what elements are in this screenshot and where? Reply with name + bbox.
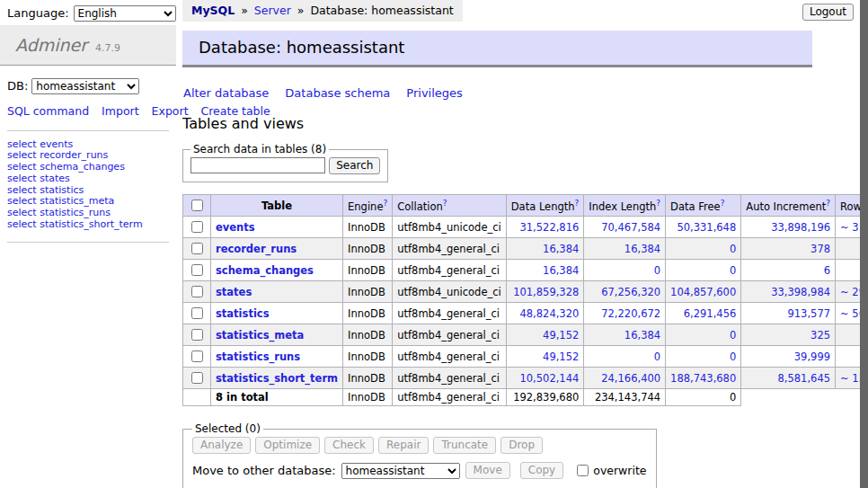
index-length-link[interactable]: 24,166,400 (601, 372, 660, 385)
table-name-link[interactable]: events (216, 221, 255, 234)
row-checkbox[interactable] (191, 307, 203, 319)
auto-increment-link[interactable]: 33,398,984 (771, 286, 830, 298)
auto-increment-cell: 33,898,196 (741, 217, 836, 238)
table-name-link[interactable]: statistics_meta (216, 329, 304, 342)
data-length-link[interactable]: 10,502,144 (519, 372, 579, 385)
sidebar-menu-link[interactable]: Export (152, 104, 189, 118)
index-length-link[interactable]: 72,220,672 (601, 307, 660, 320)
sidebar-select-link[interactable]: select schema_changes (7, 162, 169, 173)
auto-increment-link[interactable]: 6 (824, 264, 830, 277)
data-free-link[interactable]: 0 (730, 329, 736, 342)
index-length-link[interactable]: 70,467,584 (601, 221, 660, 234)
row-checkbox-cell (183, 346, 211, 368)
app-name[interactable]: Adminer (15, 35, 87, 55)
auto-increment-link[interactable]: 913,577 (787, 307, 830, 320)
table-name-link[interactable]: statistics_runs (216, 350, 300, 363)
app-header: Adminer 4.7.9 (0, 25, 176, 66)
row-checkbox[interactable] (191, 264, 203, 276)
data-length-cell: 16,384 (506, 238, 584, 260)
select-all-checkbox[interactable] (191, 200, 203, 211)
row-checkbox[interactable] (191, 372, 203, 384)
table-name-link[interactable]: statistics_short_term (216, 372, 338, 385)
auto-increment-link[interactable]: 8,581,645 (778, 372, 831, 385)
copy-button[interactable]: Copy (520, 462, 563, 479)
row-checkbox[interactable] (191, 329, 203, 341)
language-select[interactable]: English (74, 5, 176, 22)
breadcrumb-server-link[interactable]: Server (254, 4, 291, 17)
data-length-link[interactable]: 16,384 (543, 243, 579, 255)
data-free-link[interactable]: 0 (730, 350, 736, 363)
table-name-link[interactable]: recorder_runs (216, 243, 297, 255)
sidebar-select-link[interactable]: select states (7, 173, 169, 185)
move-button[interactable]: Move (465, 462, 510, 479)
row-checkbox[interactable] (191, 350, 203, 362)
row-checkbox[interactable] (191, 243, 203, 254)
move-db-select[interactable]: homeassistant (341, 463, 460, 479)
column-help-link[interactable]: ? (575, 199, 580, 208)
search-button[interactable]: Search (329, 157, 380, 174)
table-name-link[interactable]: statistics (216, 307, 270, 320)
table-name-link[interactable]: schema_changes (216, 264, 314, 277)
breadcrumb: MySQL » Server » Database: homeassistant (182, 0, 463, 22)
bulk-analyze-button[interactable]: Analyze (192, 437, 251, 454)
bulk-drop-button[interactable]: Drop (500, 437, 543, 454)
index-length-link[interactable]: 16,384 (624, 329, 660, 342)
row-checkbox[interactable] (191, 286, 203, 297)
breadcrumb-separator: » (297, 4, 305, 17)
column-help-link[interactable]: ? (721, 199, 725, 208)
sidebar-menu-link[interactable]: Create table (201, 104, 270, 118)
column-help-link[interactable]: ? (656, 199, 660, 208)
row-checkbox-cell (183, 260, 211, 281)
data-length-link[interactable]: 16,384 (543, 264, 579, 277)
bulk-repair-button[interactable]: Repair (378, 437, 429, 454)
index-length-link[interactable]: 0 (654, 350, 660, 363)
bulk-truncate-button[interactable]: Truncate (433, 437, 496, 454)
row-checkbox[interactable] (191, 221, 203, 233)
sidebar-select-link[interactable]: select statistics_short_term (7, 219, 169, 231)
data-length-link[interactable]: 49,152 (543, 350, 579, 363)
data-length-link[interactable]: 31,522,816 (519, 221, 579, 234)
auto-increment-link[interactable]: 325 (810, 329, 830, 342)
index-length-link[interactable]: 16,384 (624, 243, 660, 255)
column-help-link[interactable]: ? (443, 199, 447, 208)
data-length-link[interactable]: 101,859,328 (513, 286, 579, 298)
vertical-scrollbar[interactable] (860, 0, 868, 488)
auto-increment-link[interactable]: 33,898,196 (771, 221, 830, 234)
index-length-link[interactable]: 67,256,320 (601, 286, 660, 298)
column-header-label: Table (261, 200, 292, 212)
auto-increment-link[interactable]: 39,999 (794, 350, 830, 363)
db-select[interactable]: homeassistant (31, 78, 139, 94)
sidebar-menu-link[interactable]: SQL command (7, 104, 89, 118)
data-free-link[interactable]: 0 (730, 264, 736, 277)
db-action-link[interactable]: Database schema (285, 86, 390, 100)
bulk-optimize-button[interactable]: Optimize (255, 437, 320, 454)
overwrite-checkbox[interactable] (577, 465, 589, 476)
table-name-cell: statistics_runs (211, 346, 343, 368)
sidebar-menu-link[interactable]: Import (102, 104, 139, 118)
index-length-cell: 72,220,672 (584, 303, 666, 324)
data-free-link[interactable]: 6,291,456 (684, 307, 737, 320)
data-free-link[interactable]: 50,331,648 (677, 221, 736, 234)
data-free-link[interactable]: 104,857,600 (670, 286, 736, 298)
logout-button[interactable]: Logout (802, 4, 854, 21)
db-action-link[interactable]: Privileges (406, 86, 463, 100)
bulk-check-button[interactable]: Check (324, 437, 374, 454)
data-free-link[interactable]: 0 (730, 243, 736, 255)
breadcrumb-mysql-link[interactable]: MySQL (191, 4, 235, 17)
data-length-link[interactable]: 49,152 (543, 329, 579, 342)
total-label-cell: 8 in total (211, 389, 343, 406)
column-help-link[interactable]: ? (383, 199, 387, 208)
column-help-link[interactable]: ? (826, 199, 830, 208)
table-name-link[interactable]: states (216, 286, 252, 298)
data-free-link[interactable]: 188,743,680 (670, 372, 736, 385)
db-action-link[interactable]: Alter database (183, 86, 269, 100)
collation-cell: utf8mb4_unicode_ci (393, 217, 507, 238)
sidebar-menu-links: SQL commandImportExportCreate table (7, 103, 169, 131)
selected-buttons: AnalyzeOptimizeCheckRepairTruncateDrop (192, 437, 647, 454)
auto-increment-cell: 378 (741, 238, 836, 260)
data-length-link[interactable]: 48,824,320 (519, 307, 579, 320)
search-input[interactable] (190, 157, 325, 173)
auto-increment-link[interactable]: 378 (810, 243, 830, 255)
sidebar-select-link[interactable]: select statistics_runs (7, 208, 169, 219)
index-length-link[interactable]: 0 (654, 264, 660, 277)
